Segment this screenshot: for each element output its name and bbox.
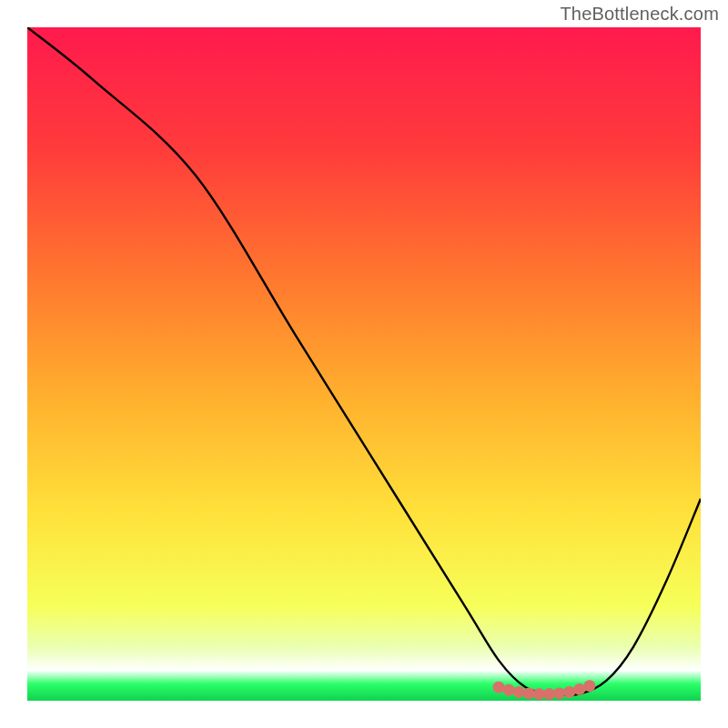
marker-dot (543, 688, 555, 700)
marker-dot (573, 683, 585, 695)
marker-cluster (493, 680, 596, 700)
marker-dot (583, 680, 595, 692)
marker-dot (493, 682, 505, 693)
marker-dot (553, 687, 565, 699)
bottleneck-curve (27, 27, 701, 695)
chart-overlay (27, 27, 701, 701)
chart-container: TheBottleneck.com (0, 0, 728, 728)
marker-dot (523, 687, 535, 699)
marker-dot (563, 686, 575, 698)
marker-dot (533, 688, 545, 700)
plot-area (27, 27, 701, 701)
watermark-text: TheBottleneck.com (560, 4, 719, 25)
marker-dot (513, 686, 525, 698)
marker-dot (503, 684, 515, 696)
